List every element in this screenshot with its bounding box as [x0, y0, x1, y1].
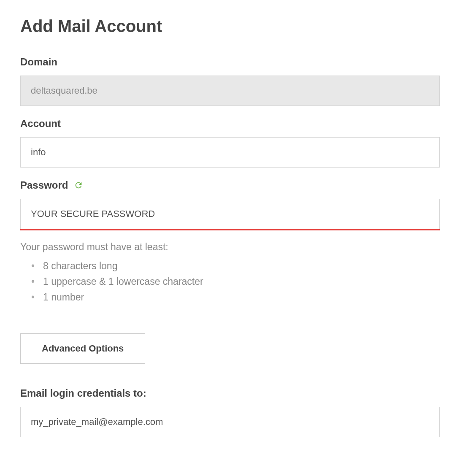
email-credentials-input[interactable] [20, 407, 440, 437]
password-requirements-list: 8 characters long 1 uppercase & 1 lowerc… [20, 260, 440, 303]
advanced-options-button[interactable]: Advanced Options [20, 333, 145, 364]
password-input[interactable] [20, 199, 440, 229]
email-credentials-group: Email login credentials to: [20, 387, 440, 437]
password-requirement: 1 uppercase & 1 lowercase character [43, 276, 440, 287]
account-label: Account [20, 118, 440, 130]
account-input[interactable] [20, 137, 440, 168]
domain-group: Domain [20, 56, 440, 106]
password-requirement: 1 number [43, 292, 440, 303]
password-strength-bar [20, 229, 440, 230]
password-helper-intro: Your password must have at least: [20, 241, 440, 253]
email-credentials-label: Email login credentials to: [20, 387, 440, 399]
domain-input [20, 76, 440, 106]
domain-label: Domain [20, 56, 440, 68]
refresh-icon[interactable] [74, 181, 83, 190]
account-group: Account [20, 118, 440, 168]
password-group: Password Your password must have at leas… [20, 179, 440, 303]
page-title: Add Mail Account [20, 17, 440, 36]
password-label: Password [20, 179, 68, 191]
password-requirement: 8 characters long [43, 260, 440, 272]
